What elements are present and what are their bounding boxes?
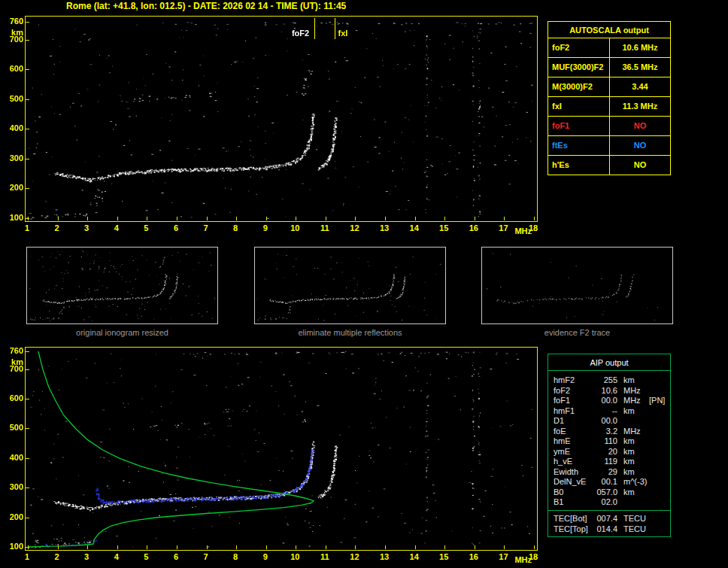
aip-parameter-extra: [PN] <box>649 396 670 406</box>
x-tick-label: 14 <box>407 553 422 561</box>
x-tick-label: 12 <box>347 553 362 561</box>
aip-parameter-label: B1 <box>548 497 590 508</box>
aip-tec-value: 014.4 <box>590 524 617 534</box>
y-tick-label: 400 <box>1 454 23 462</box>
thumbnail-f2-trace <box>481 247 673 324</box>
aip-row-deln-ve: DelN_vE00.1m^(-3) <box>548 477 670 488</box>
y-tick-label: 100 <box>1 214 23 222</box>
y-tick-label: 500 <box>1 95 23 103</box>
aip-parameter-label: ymE <box>548 447 590 457</box>
aip-tec-value: 007.4 <box>590 513 617 524</box>
x-axis-unit-label: MHz <box>514 227 529 235</box>
aip-parameter-unit: km <box>617 467 649 478</box>
aip-row-tec-top: TEC[Top]014.4TECU <box>548 524 670 534</box>
x-axis-unit-label: MHz <box>514 556 529 564</box>
aip-parameter-value: -- <box>590 406 617 417</box>
autoscala-parameter-label: fxI <box>548 97 610 116</box>
aip-parameter-unit: km <box>617 457 649 467</box>
aip-parameter-unit: MHz <box>617 386 649 396</box>
x-tick-label: 10 <box>287 553 302 561</box>
aip-parameter-value: 00.0 <box>590 416 617 427</box>
autoscala-parameter-value: 11.3 MHz <box>610 97 670 116</box>
aip-parameter-extra <box>649 427 670 437</box>
aip-parameter-value: 3.2 <box>590 427 617 437</box>
x-tick-label: 9 <box>258 224 273 232</box>
x-tick-label: 15 <box>436 553 451 561</box>
aip-parameter-unit: km <box>617 488 649 498</box>
aip-parameter-unit: km <box>617 447 649 457</box>
aip-tec-label: TEC[Bot] <box>548 513 590 524</box>
autoscala-parameter-label: h'Es <box>548 156 610 175</box>
x-tick-label: 3 <box>79 224 94 232</box>
aip-parameter-value: 00.0 <box>590 396 617 406</box>
aip-row-fof1: foF100.0MHz[PN] <box>548 396 670 406</box>
autoscala-table-title: AUTOSCALA output <box>548 22 670 38</box>
x-tick-label: 13 <box>377 553 392 561</box>
x-tick-label: 6 <box>168 224 184 232</box>
aip-parameter-unit <box>617 416 649 427</box>
aip-parameter-extra <box>649 467 670 478</box>
y-axis-unit-label: km <box>1 358 23 366</box>
aip-parameter-unit: km <box>617 436 649 447</box>
autoscala-row-fof2: foF210.6 MHz <box>548 38 670 58</box>
aip-parameter-extra <box>649 477 670 488</box>
thumbnail-f2-canvas <box>482 248 672 323</box>
x-tick-label: 14 <box>407 224 422 232</box>
x-tick-label: 1 <box>20 224 35 232</box>
aip-parameter-extra <box>649 436 670 447</box>
autoscala-parameter-label: M(3000)F2 <box>548 77 610 96</box>
y-tick-label: 760 <box>1 347 23 355</box>
thumbnail-original-ionogram <box>26 247 218 324</box>
aip-parameter-unit: m^(-3) <box>617 477 649 488</box>
aip-row-fof2: foF210.6MHz <box>548 386 670 396</box>
aip-parameter-label: foE <box>548 427 590 437</box>
aip-tec-unit: TECU <box>617 513 649 524</box>
aip-row-foe: foE3.2MHz <box>548 427 670 437</box>
page-title: Rome (lat: +41.8, lon: 012.5) - DATE: 20… <box>66 1 346 11</box>
autoscala-parameter-value: NO <box>610 136 670 155</box>
aip-parameter-label: hmF2 <box>548 375 590 386</box>
thumbnail-multiples-canvas <box>255 248 445 323</box>
aip-parameter-extra <box>649 416 670 427</box>
aip-tec-rows: TEC[Bot]007.4TECUTEC[Top]014.4TECU <box>548 510 670 536</box>
x-tick-label: 5 <box>138 224 153 232</box>
x-tick-label: 10 <box>287 224 302 232</box>
autoscala-parameter-value: 36.5 MHz <box>610 58 670 77</box>
y-tick-label: 100 <box>1 542 23 551</box>
aip-parameter-extra <box>649 375 670 386</box>
aip-row-ewidth: Ewidth29km <box>548 467 670 478</box>
autoscala-window: Rome (lat: +41.8, lon: 012.5) - DATE: 20… <box>0 0 728 568</box>
aip-row-tec-bot: TEC[Bot]007.4TECU <box>548 513 670 524</box>
aip-parameter-extra <box>649 386 670 396</box>
y-tick-label: 200 <box>1 184 23 192</box>
aip-parameter-extra <box>649 447 670 457</box>
x-tick-label: 4 <box>109 553 124 561</box>
x-tick-label: 2 <box>50 553 65 561</box>
x-tick-label: 8 <box>228 224 243 232</box>
aip-parameter-unit: MHz <box>617 427 649 437</box>
x-tick-label: 17 <box>496 553 511 561</box>
x-tick-label: 12 <box>347 224 362 232</box>
aip-parameter-value: 057.0 <box>590 488 617 498</box>
autoscala-parameter-value: NO <box>610 156 670 175</box>
aip-parameter-label: D1 <box>548 416 590 427</box>
aip-row-b1: B102.0 <box>548 497 670 508</box>
x-tick-label: 16 <box>466 553 481 561</box>
aip-row-b0: B0057.0km <box>548 488 670 498</box>
aip-parameter-label: foF2 <box>548 386 590 396</box>
aip-tec-unit: TECU <box>617 524 649 534</box>
y-tick-label: 300 <box>1 483 23 491</box>
aip-parameter-label: Ewidth <box>548 467 590 478</box>
aip-table-title: AIP output <box>548 354 670 371</box>
autoscala-row-fxi: fxI11.3 MHz <box>548 97 670 117</box>
x-tick-label: 1 <box>20 553 35 561</box>
y-tick-label: 760 <box>1 17 23 26</box>
top-ionogram-canvas <box>26 17 537 221</box>
aip-parameter-unit: MHz <box>617 396 649 406</box>
y-tick-label: 300 <box>1 154 23 163</box>
aip-table-rows: hmF2255kmfoF210.6MHzfoF100.0MHz[PN]hmF1-… <box>548 371 670 510</box>
aip-parameter-value: 02.0 <box>590 497 617 508</box>
aip-parameter-value: 10.6 <box>590 386 617 396</box>
aip-parameter-label: B0 <box>548 488 590 498</box>
x-tick-label: 7 <box>199 224 214 232</box>
